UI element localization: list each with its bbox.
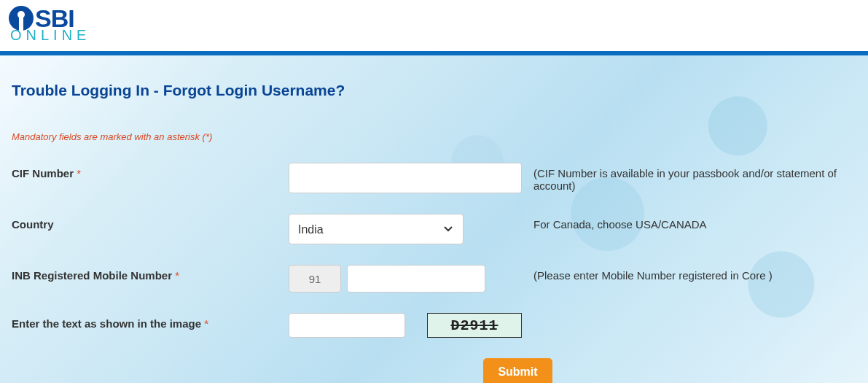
hint-country: For Canada, choose USA/CANADA (522, 214, 856, 231)
label-captcha: Enter the text as shown in the image * (12, 313, 289, 330)
label-cif: CIF Number * (12, 163, 289, 179)
sbi-keyhole-icon (9, 6, 34, 31)
label-country: Country (12, 214, 289, 231)
mandatory-note: Mandatory fields are marked with an aste… (12, 131, 856, 142)
submit-button[interactable]: Submit (483, 358, 552, 383)
header-logo-area: SBI ONLINE (0, 0, 868, 47)
sbi-logo: SBI (9, 6, 859, 31)
page-title: Trouble Logging In - Forgot Login Userna… (12, 82, 856, 99)
label-mobile: INB Registered Mobile Number * (12, 265, 289, 282)
row-cif: CIF Number * (CIF Number is available in… (12, 163, 856, 193)
mobile-cc-input (289, 265, 341, 293)
asterisk-icon: * (204, 317, 208, 330)
captcha-image: D2911 (427, 313, 522, 338)
label-captcha-text: Enter the text as shown in the image (12, 317, 201, 330)
captcha-input[interactable] (289, 313, 405, 338)
cif-input[interactable] (289, 163, 522, 193)
hint-cif: (CIF Number is available in your passboo… (522, 163, 856, 192)
asterisk-icon: * (175, 269, 179, 282)
hint-mobile: (Please enter Mobile Number registered i… (522, 265, 856, 282)
label-mobile-text: INB Registered Mobile Number (12, 269, 172, 282)
country-select[interactable]: India (289, 214, 464, 244)
label-cif-text: CIF Number (12, 167, 74, 179)
asterisk-icon: * (77, 167, 81, 179)
mobile-number-input[interactable] (347, 265, 485, 293)
logo-sub-text: ONLINE (10, 28, 859, 42)
row-captcha: Enter the text as shown in the image * D… (12, 313, 856, 338)
row-mobile: INB Registered Mobile Number * (Please e… (12, 265, 856, 293)
submit-row: Submit (12, 358, 856, 383)
main-panel: Trouble Logging In - Forgot Login Userna… (0, 55, 868, 383)
row-country: Country India For Canada, choose USA/CAN… (12, 214, 856, 244)
